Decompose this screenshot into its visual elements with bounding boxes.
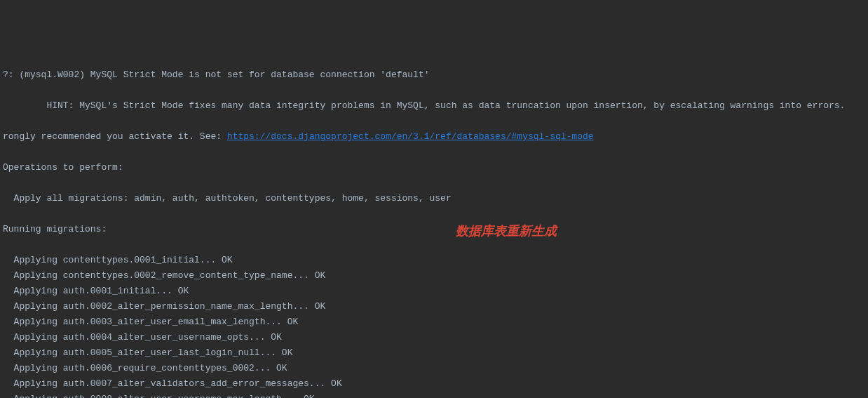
warning-line: ?: (mysql.W002) MySQL Strict Mode is not… (3, 67, 865, 83)
migration-line: Applying auth.0002_alter_permission_name… (3, 299, 865, 314)
migration-line: Applying contenttypes.0001_initial... OK (3, 253, 865, 268)
annotation-overlay: 数据库表重新生成 (456, 223, 557, 239)
hint-line-1: HINT: MySQL's Strict Mode fixes many dat… (3, 98, 865, 114)
apply-all-line: Apply all migrations: admin, auth, autht… (3, 191, 865, 206)
migrations-list: Applying contenttypes.0001_initial... OK… (3, 253, 865, 398)
migration-line: Applying auth.0004_alter_user_username_o… (3, 330, 865, 345)
doc-link[interactable]: https://docs.djangoproject.com/en/3.1/re… (227, 131, 594, 142)
hint-line-2: rongly recommended you activate it. See:… (3, 129, 865, 145)
migration-line: Applying auth.0005_alter_user_last_login… (3, 345, 865, 361)
hint-prefix: rongly recommended you activate it. See: (3, 131, 227, 142)
migration-line: Applying auth.0007_alter_validators_add_… (3, 376, 865, 392)
migration-line: Applying contenttypes.0002_remove_conten… (3, 268, 865, 284)
migration-line: Applying auth.0008_alter_user_username_m… (3, 392, 865, 398)
migration-line: Applying auth.0001_initial... OK (3, 284, 865, 299)
migration-line: Applying auth.0006_require_contenttypes_… (3, 361, 865, 376)
running-header: Running migrations: (3, 222, 865, 237)
migration-line: Applying auth.0003_alter_user_email_max_… (3, 314, 865, 330)
operations-header: Operations to perform: (3, 160, 865, 175)
